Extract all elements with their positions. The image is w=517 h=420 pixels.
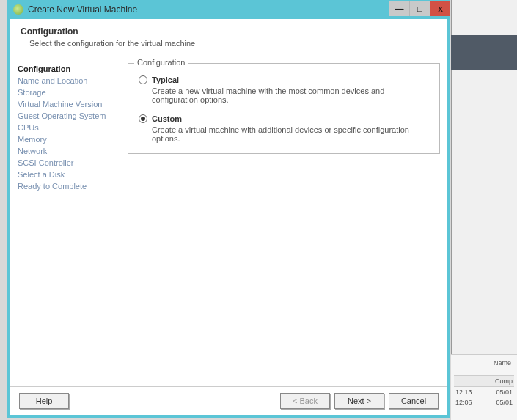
window-controls: — □ x <box>389 1 450 18</box>
maximize-button[interactable]: □ <box>409 1 430 16</box>
wizard-header: Configuration Select the configuration f… <box>10 19 447 54</box>
background-row: 12:06 05/01 <box>454 397 514 408</box>
minimize-button[interactable]: — <box>389 1 409 16</box>
main-panel: Configuration Typical Create a new virtu… <box>128 63 440 380</box>
radio-icon[interactable] <box>139 114 147 123</box>
background-date: 05/01 <box>496 399 513 406</box>
back-button[interactable]: < Back <box>280 393 330 409</box>
titlebar-left: Create New Virtual Machine <box>13 4 137 15</box>
background-time: 12:13 <box>455 388 472 396</box>
close-button[interactable]: x <box>430 1 450 16</box>
sidebar-item-network[interactable]: Network <box>18 145 122 157</box>
background-time: 12:06 <box>455 399 472 406</box>
configuration-fieldset: Configuration Typical Create a new virtu… <box>128 63 440 154</box>
sidebar-item-memory[interactable]: Memory <box>18 133 122 145</box>
sidebar-item-select-disk[interactable]: Select a Disk <box>18 169 122 180</box>
wizard-body: Configuration Name and Location Storage … <box>10 54 447 386</box>
sidebar-item-vm-version[interactable]: Virtual Machine Version <box>18 98 122 110</box>
background-row: 12:13 05/01 <box>454 387 514 397</box>
radio-label-typical: Typical <box>152 75 179 84</box>
radio-option-custom[interactable]: Custom Create a virtual machine with add… <box>139 114 429 143</box>
background-name-label: Name <box>494 359 511 366</box>
footer-right: < Back Next > Cancel <box>280 393 439 409</box>
cancel-button[interactable]: Cancel <box>389 393 439 409</box>
radio-label-custom: Custom <box>152 114 182 123</box>
radio-row: Custom <box>139 114 429 123</box>
background-date: 05/01 <box>496 388 513 396</box>
app-icon <box>13 4 23 15</box>
sidebar-item-name-location[interactable]: Name and Location <box>18 75 122 86</box>
sidebar-item-scsi-controller[interactable]: SCSI Controller <box>18 157 122 169</box>
titlebar[interactable]: Create New Virtual Machine — □ x <box>7 0 450 19</box>
wizard-sidebar: Configuration Name and Location Storage … <box>18 63 128 380</box>
wizard-header-subtitle: Select the configuration for the virtual… <box>29 39 437 48</box>
next-button[interactable]: Next > <box>334 393 384 409</box>
radio-desc-custom: Create a virtual machine with additional… <box>152 125 429 143</box>
radio-desc-typical: Create a new virtual machine with the mo… <box>152 86 429 104</box>
sidebar-item-cpus[interactable]: CPUs <box>18 122 122 133</box>
radio-icon[interactable] <box>139 75 147 84</box>
window-title: Create New Virtual Machine <box>28 4 137 15</box>
radio-option-typical[interactable]: Typical Create a new virtual machine wit… <box>139 75 429 104</box>
background-column-header: Comp <box>454 375 514 387</box>
fieldset-legend: Configuration <box>134 58 188 67</box>
wizard-header-title: Configuration <box>21 26 437 37</box>
wizard-footer: Help < Back Next > Cancel <box>10 386 447 415</box>
background-header-bar <box>451 35 517 70</box>
sidebar-item-storage[interactable]: Storage <box>18 86 122 98</box>
sidebar-item-ready-complete[interactable]: Ready to Complete <box>18 180 122 192</box>
radio-row: Typical <box>139 75 429 84</box>
background-window: Name Comp 12:13 05/01 12:06 05/01 <box>451 0 517 420</box>
background-bottom-panel: Name Comp 12:13 05/01 12:06 05/01 <box>451 354 517 420</box>
create-vm-dialog: Create New Virtual Machine — □ x Configu… <box>7 0 450 418</box>
sidebar-item-guest-os[interactable]: Guest Operating System <box>18 110 122 122</box>
help-button[interactable]: Help <box>19 393 69 409</box>
sidebar-item-configuration[interactable]: Configuration <box>18 63 122 75</box>
